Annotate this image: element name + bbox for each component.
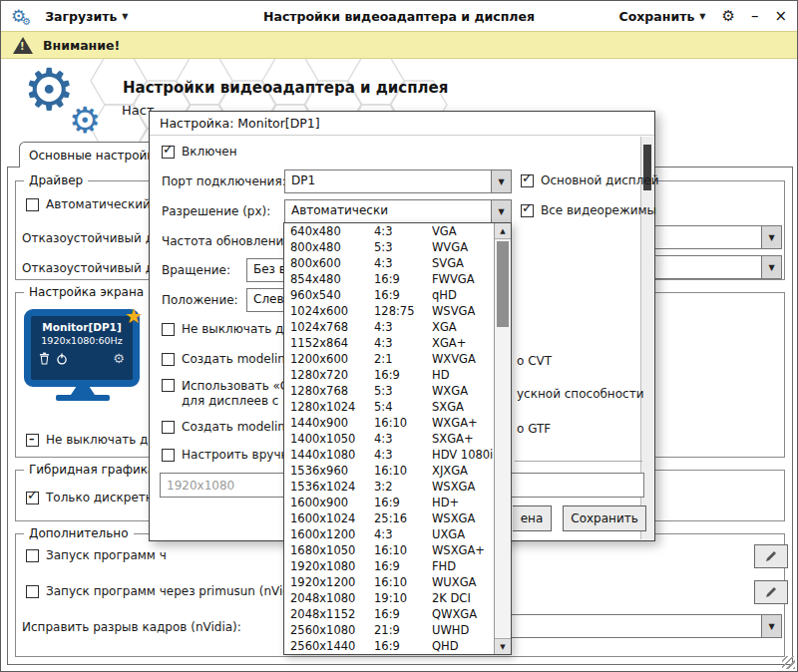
resolution-option[interactable]: 2560x1080 21:9 UWHD [284,622,494,638]
resolution-option[interactable]: 1600x1024 25:16 WSXGA [284,510,494,526]
resolution-option[interactable]: 800x480 5:3 WVGA [284,239,494,255]
run-primus-checkbox[interactable] [26,585,39,598]
modeline-gtf-checkbox[interactable] [162,421,175,434]
cancel-button[interactable]: ена [513,505,552,531]
scroll-up-icon[interactable]: ▲ [495,223,511,239]
combo-arrow-icon[interactable]: ▼ [761,226,781,248]
port-select[interactable]: DP1 ▼ [284,169,512,193]
chevron-down-icon: ▼ [699,12,705,21]
list-scrollbar-thumb[interactable] [497,241,509,327]
load-button-label: Загрузить [45,9,117,24]
resolution-option[interactable]: 1200x600 2:1 WXVGA [284,351,494,367]
resize-grip[interactable] [782,656,795,669]
save-menu-label: Сохранить [619,9,695,24]
settings-gear-icon[interactable]: ⚙ [721,7,734,25]
port-label: Порт подключения: [162,174,286,188]
modeline-cvt-checkbox[interactable] [162,353,175,366]
resolution-label: Разрешение (px): [162,204,270,218]
rotation-label: Вращение: [162,263,230,277]
monitor-gear-icon[interactable]: ⚙ [113,352,125,365]
run-programs-label: Запуск программ ч [46,548,167,562]
save-menu-button[interactable]: Сохранить ▼ [619,9,706,24]
resolution-option[interactable]: 2048x1080 19:10 2K DCI [284,590,494,606]
resolution-option[interactable]: 800x600 4:3 SVGA [284,255,494,271]
resolution-option[interactable]: 1600x1200 4:3 UXGA [284,526,494,542]
warning-icon: ! [13,37,33,54]
combo-arrow-icon[interactable]: ▼ [761,256,781,278]
primary-display-checkbox[interactable]: ✓ [521,174,534,187]
edit-run-primus-button[interactable] [754,580,788,604]
resolution-option[interactable]: 1152x864 4:3 XGA+ [284,335,494,351]
pencil-icon [764,549,778,563]
auto-driver-checkbox[interactable] [26,198,39,211]
resolution-option[interactable]: 1280x768 5:3 WXGA [284,383,494,399]
refresh-rate-label: Частота обновления [162,234,291,248]
combo-arrow-icon[interactable]: ▼ [491,170,511,192]
resolution-option[interactable]: 1536x1024 3:2 WSXGA [284,479,494,495]
group-hybrid-legend: Гибридная графика [24,463,160,477]
fix-tearing-label: Исправить разрыв кадров (nVidia): [22,620,241,634]
group-screen-legend: Настройка экрана [24,285,149,299]
all-modes-label: Все видеорежимы [541,203,656,217]
resolution-option[interactable]: 1600x900 16:9 HD+ [284,495,494,510]
modeline-gtf-label-right: о GTF [517,422,551,436]
star-icon: ★ [125,304,143,328]
resolution-option[interactable]: 1280x720 16:9 HD [284,367,494,383]
resolution-option[interactable]: 960x540 16:9 qHD [284,287,494,303]
resolution-option[interactable]: 1440x900 16:10 WXGA+ [284,415,494,431]
chevron-down-icon: ▼ [122,12,128,21]
app-logo-gears-icon: ⚙⚙ [23,61,75,119]
monitor-stand [71,387,95,395]
manual-mode-checkbox[interactable] [162,449,175,462]
resolution-option[interactable]: 1440x1080 4:3 HDV 1080i [284,447,494,463]
resolution-option[interactable]: 1920x1200 16:10 WUXGA [284,574,494,590]
power-icon[interactable] [56,353,68,365]
resolution-option[interactable]: 1024x600 128:75 WSVGA [284,303,494,319]
resolution-option[interactable]: 1536x960 16:10 XJXGA [284,463,494,479]
resolution-option[interactable]: 2560x1440 16:9 QHD [284,638,494,654]
failover-driver-label-1: Отказоустойчивый др [22,231,162,245]
dialog-title: Настройка: Monitor[DP1] [160,116,320,131]
all-modes-checkbox[interactable]: ✓ [521,204,534,217]
run-programs-checkbox[interactable] [26,549,39,562]
combo-arrow-icon[interactable]: ▼ [491,200,511,222]
group-driver-legend: Драйвер [24,173,88,187]
use-cvt-rb-label-line1: Использовать «CV [182,379,299,394]
discrete-only-checkbox[interactable]: ✓ [26,492,39,504]
load-button[interactable]: Загрузить ▼ [45,9,128,24]
combo-arrow-icon[interactable]: ▼ [761,615,781,637]
dialog-titlebar: Настройка: Monitor[DP1] [150,112,654,136]
monitor-widget[interactable]: ★ Monitor[DP1] 1920x1080:60Hz ⚙ [24,309,142,401]
enabled-checkbox[interactable]: ✓ [162,146,175,159]
screen-keep-on-checkbox[interactable]: – [26,434,39,447]
monitor-mode: 1920x1080:60Hz [41,335,122,346]
resolution-option[interactable]: 1024x768 4:3 XGA [284,319,494,335]
position-label: Положение: [162,293,238,307]
scroll-down-icon[interactable]: ▼ [495,638,511,654]
resolution-dropdown-list: 640x480 4:3 VGA 800x480 5:3 WVGA 800x600… [283,222,512,655]
resolution-select[interactable]: Автоматически ▼ [284,199,512,223]
monitor-preview: ★ Monitor[DP1] 1920x1080:60Hz ⚙ [24,309,140,387]
resolution-option[interactable]: 1400x1050 4:3 SXGA+ [284,431,494,447]
resolution-option[interactable]: 1280x1024 5:4 SXGA [284,399,494,415]
edit-run-programs-button[interactable] [754,544,788,568]
pencil-icon [764,585,778,599]
resolution-option[interactable]: 854x480 16:9 FWVGA [284,271,494,287]
page-title: Настройки видеоадаптера и дисплея [123,79,448,97]
close-button[interactable]: × [774,9,787,24]
warning-banner: ! Внимание! [1,31,797,59]
list-scrollbar-track[interactable] [495,239,511,638]
dialog-keep-on-checkbox[interactable] [162,323,175,336]
resolution-option[interactable]: 640x480 4:3 VGA [284,223,494,239]
trash-icon[interactable] [39,352,50,365]
monitor-name: Monitor[DP1] [42,321,121,333]
modeline-cvt-label: Создать modeline [182,352,292,366]
resolution-option[interactable]: 1680x1050 16:10 WSXGA+ [284,542,494,558]
minimize-button[interactable]: – [751,9,759,24]
resolution-option[interactable]: 1920x1080 16:9 FHD [284,558,494,574]
list-scrollbar[interactable]: ▲ ▼ [494,223,511,654]
use-cvt-rb-checkbox[interactable] [162,379,175,392]
resolution-option[interactable]: 2048x1152 16:9 QWXGA [284,606,494,622]
auto-driver-label: Автоматический в [46,197,162,211]
save-button[interactable]: Сохранить [563,505,646,531]
